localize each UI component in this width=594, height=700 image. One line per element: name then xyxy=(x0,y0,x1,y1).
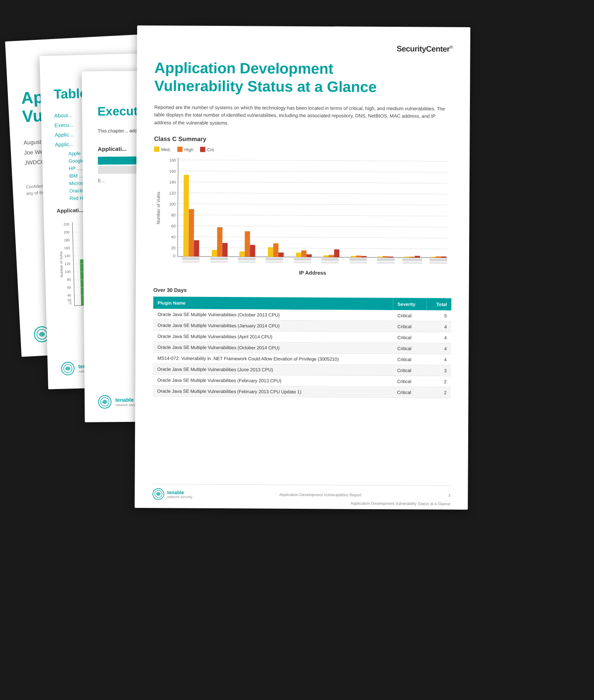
svg-rect-56 xyxy=(189,209,194,257)
table-row: Oracle Java SE Multiple Vulnerabilities … xyxy=(153,342,451,354)
cell-plugin-name: Oracle Java SE Multiple Vulnerabilities … xyxy=(153,342,393,354)
legend-high: High xyxy=(178,147,194,152)
table-row: Oracle Java SE Multiple Vulnerabilities … xyxy=(153,386,451,398)
svg-rect-94 xyxy=(430,259,447,261)
legend-med: Med. xyxy=(154,147,171,152)
svg-text:80: 80 xyxy=(171,213,176,218)
cell-severity: Critical xyxy=(393,387,427,398)
svg-text:80: 80 xyxy=(67,278,71,282)
svg-text:40: 40 xyxy=(67,293,71,297)
cell-total: 5 xyxy=(427,311,451,321)
cell-plugin-name: Oracle Java SE Multiple Vulnerabilities … xyxy=(153,331,393,343)
svg-rect-86 xyxy=(210,257,228,260)
svg-rect-100 xyxy=(321,262,339,264)
svg-rect-69 xyxy=(306,254,312,257)
svg-text:200: 200 xyxy=(64,230,70,234)
svg-rect-58 xyxy=(212,250,217,257)
cell-plugin-name: Oracle Java SE Multiple Vulnerabilities … xyxy=(153,320,393,332)
table-row: MS14-072: Vulnerability in .NET Framewor… xyxy=(153,353,451,365)
svg-rect-64 xyxy=(268,247,273,257)
cell-severity: Critical xyxy=(393,343,427,354)
cell-total: 4 xyxy=(427,321,451,332)
table-row: Oracle Java SE Multiple Vulnerabilities … xyxy=(153,375,451,387)
svg-text:0: 0 xyxy=(173,254,175,258)
svg-rect-93 xyxy=(402,259,422,261)
vuln-table: Plugin Name Severity Total Oracle Java S… xyxy=(153,297,451,399)
svg-text:60: 60 xyxy=(67,286,71,289)
svg-rect-103 xyxy=(402,262,422,264)
svg-text:120: 120 xyxy=(64,262,71,266)
cell-total: 2 xyxy=(427,387,451,398)
svg-rect-96 xyxy=(210,261,228,263)
svg-rect-55 xyxy=(183,175,189,257)
svg-rect-79 xyxy=(404,257,409,258)
cell-plugin-name: Oracle Java SE Multiple Vulnerabilities … xyxy=(153,364,393,376)
svg-text:120: 120 xyxy=(169,191,176,196)
footer-logo: tenable network security xyxy=(152,488,192,500)
svg-rect-60 xyxy=(222,243,228,257)
legend-crit-color xyxy=(200,147,205,152)
table-row: Oracle Java SE Multiple Vulnerabilities … xyxy=(153,364,451,376)
svg-rect-95 xyxy=(182,261,199,263)
svg-rect-74 xyxy=(356,256,361,257)
svg-text:60: 60 xyxy=(171,224,175,229)
svg-text:160: 160 xyxy=(169,169,176,174)
svg-text:100: 100 xyxy=(65,270,71,274)
svg-rect-75 xyxy=(361,256,366,257)
svg-rect-78 xyxy=(388,257,393,257)
svg-rect-101 xyxy=(349,262,367,264)
svg-line-34 xyxy=(178,171,448,172)
cell-plugin-name: MS14-072: Vulnerability in .NET Framewor… xyxy=(153,353,393,365)
svg-rect-71 xyxy=(329,255,334,257)
svg-text:IP Address: IP Address xyxy=(299,270,326,276)
svg-line-36 xyxy=(178,193,448,194)
svg-text:160: 160 xyxy=(64,246,70,250)
svg-rect-68 xyxy=(301,250,306,257)
table-row: Oracle Java SE Multiple Vulnerabilities … xyxy=(153,331,451,343)
main-description: Reported are the number of systems on wh… xyxy=(154,104,452,128)
cell-severity: Critical xyxy=(393,376,427,387)
cell-total: 3 xyxy=(427,365,451,376)
svg-rect-82 xyxy=(430,257,436,258)
svg-rect-90 xyxy=(321,258,339,261)
svg-rect-59 xyxy=(217,227,222,257)
svg-line-35 xyxy=(178,182,448,183)
cell-severity: Critical xyxy=(393,365,427,376)
svg-rect-65 xyxy=(273,243,278,257)
col-severity: Severity xyxy=(393,298,427,310)
svg-rect-72 xyxy=(334,250,339,257)
chart-container: 180 160 140 120 100 80 60 40 20 0 Number… xyxy=(153,156,452,280)
cell-severity: Critical xyxy=(393,310,427,321)
svg-text:Number of Vulns: Number of Vulns xyxy=(59,251,64,278)
svg-rect-63 xyxy=(250,245,255,257)
svg-text:220: 220 xyxy=(64,222,70,226)
cell-plugin-name: Oracle Java SE Multiple Vulnerabilities … xyxy=(153,386,392,398)
svg-rect-91 xyxy=(349,258,367,261)
svg-rect-99 xyxy=(294,261,311,263)
svg-rect-67 xyxy=(296,253,301,257)
cell-total: 2 xyxy=(427,376,451,387)
main-page-title: Application Development Vulnerability St… xyxy=(154,59,452,96)
footer-page-number: 3 xyxy=(448,493,450,498)
svg-line-38 xyxy=(178,215,448,216)
svg-rect-73 xyxy=(351,256,356,257)
svg-rect-87 xyxy=(238,258,256,261)
svg-text:20: 20 xyxy=(171,246,175,250)
table-row: Oracle Java SE Multiple Vulnerabilities … xyxy=(153,309,451,321)
svg-text:180: 180 xyxy=(169,158,176,163)
footer-right: Application Development Vulnerability St… xyxy=(351,501,450,506)
main-page: SecurityCenter® Application Development … xyxy=(135,25,470,510)
svg-rect-89 xyxy=(294,258,311,261)
svg-rect-84 xyxy=(441,257,446,258)
svg-rect-98 xyxy=(266,261,283,263)
svg-rect-80 xyxy=(409,257,415,258)
svg-rect-61 xyxy=(239,252,245,257)
cell-severity: Critical xyxy=(393,354,427,365)
cell-plugin-name: Oracle Java SE Multiple Vulnerabilities … xyxy=(153,375,393,387)
main-page-footer: tenable network security Application Dev… xyxy=(152,484,450,502)
chart-svg: 180 160 140 120 100 80 60 40 20 0 Number… xyxy=(153,156,452,280)
svg-line-33 xyxy=(178,160,448,161)
legend-crit: Crit. xyxy=(200,147,215,152)
col-total: Total xyxy=(427,298,452,311)
svg-text:140: 140 xyxy=(64,254,71,258)
